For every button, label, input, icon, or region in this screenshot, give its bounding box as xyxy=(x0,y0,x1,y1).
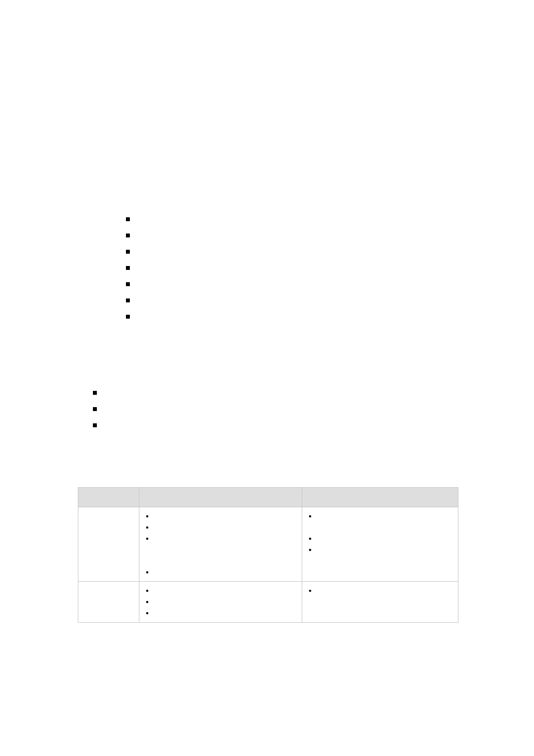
table-header-2 xyxy=(139,488,302,507)
cell-bullet xyxy=(307,511,453,522)
table-row xyxy=(78,507,458,582)
table-cell xyxy=(302,507,458,582)
bullet-square xyxy=(126,298,130,302)
bullet-square xyxy=(126,234,130,237)
table-cell xyxy=(139,507,302,582)
bullet-square xyxy=(93,407,97,411)
cell-bullet xyxy=(307,533,453,544)
cell-bullet xyxy=(307,585,453,596)
cell-bullet xyxy=(144,522,297,533)
cell-bullet xyxy=(144,567,297,578)
cell-bullet xyxy=(307,544,453,556)
bullet-square xyxy=(126,217,130,221)
bullet-square xyxy=(126,250,130,254)
cell-bullet xyxy=(144,608,297,619)
cell-blank-line xyxy=(307,522,453,533)
cell-bullet xyxy=(144,511,297,522)
table-cell xyxy=(139,582,302,623)
table-header-1 xyxy=(78,488,139,507)
cell-blank-line xyxy=(144,556,297,567)
data-table xyxy=(78,487,458,623)
bullet-square xyxy=(93,423,97,427)
table-header-row xyxy=(78,488,458,507)
table-header-3 xyxy=(302,488,458,507)
table-row xyxy=(78,582,458,623)
document-page: { "list1": { "count": 7 }, "list2": { "c… xyxy=(0,0,534,756)
cell-blank-line xyxy=(144,544,297,556)
bullet-square xyxy=(93,391,97,395)
bullet-square xyxy=(126,282,130,286)
bullet-square xyxy=(126,266,130,270)
table-cell xyxy=(302,582,458,623)
table-body xyxy=(78,507,458,623)
cell-bullet xyxy=(144,596,297,608)
bullet-square xyxy=(126,315,130,319)
cell-bullet xyxy=(144,533,297,544)
table-cell xyxy=(78,582,139,623)
cell-bullet xyxy=(144,585,297,596)
table-cell xyxy=(78,507,139,582)
